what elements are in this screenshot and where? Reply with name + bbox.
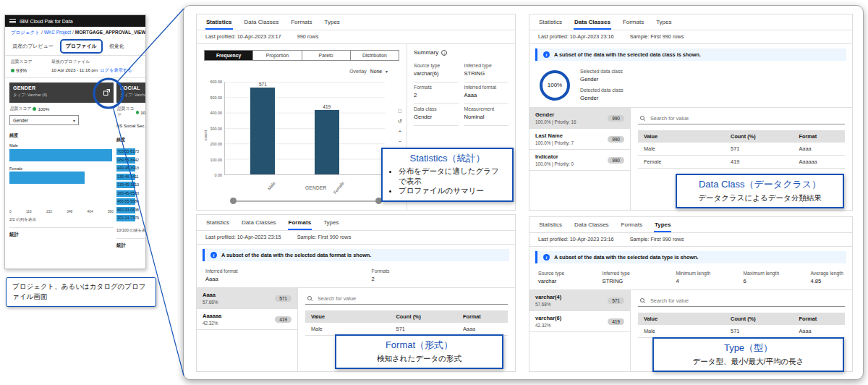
info-icon[interactable]: i	[441, 50, 447, 56]
column-card-social: SOCIAL タイプ: Varchar 品質スコア 100% US Social…	[116, 82, 146, 249]
tab-types[interactable]: Types	[324, 14, 341, 30]
values-table: Value Count (%) Format Male571Aaaa	[305, 310, 508, 336]
tab-data-classes[interactable]: Data Classes	[244, 14, 280, 30]
open-details-icon[interactable]	[103, 85, 110, 98]
annotation-profile-screen: プロジェクト、あるいはカタログのプロファイル画面	[6, 277, 156, 307]
search-input[interactable]	[318, 295, 506, 302]
quality-score-value: 93%	[16, 67, 27, 74]
data-class-value: Gender	[414, 114, 459, 120]
tab-statistics[interactable]: Statistics	[538, 14, 563, 30]
chart-zoom-slider[interactable]	[230, 198, 382, 204]
value-list-item: 089-55-8442	[116, 156, 146, 164]
list-item-last-name[interactable]: Last Name100.0% | Priority: 7 990	[529, 129, 630, 150]
list-item-format-aaaaaa[interactable]: Aaaaaa42.32% 419	[197, 309, 297, 330]
search-input[interactable]	[650, 297, 843, 304]
y-axis-title: count	[203, 130, 208, 141]
tab-types[interactable]: Types	[323, 215, 339, 230]
tab-types[interactable]: Types	[654, 217, 672, 232]
x-tick-female: Female	[333, 181, 345, 195]
last-profile-date: 10 Apr 2023 - 11:16 pm	[51, 67, 98, 72]
reset-zoom-icon[interactable]: ↺	[398, 118, 402, 124]
tab-profile[interactable]: プロファイル	[60, 39, 103, 54]
search-icon	[639, 115, 646, 122]
table-row: Male571Aaaa	[638, 143, 845, 156]
values-table: Value Count (%) Format Male571Aaaa Femal…	[638, 130, 845, 169]
quality-summary: 品質スコア 93% 最後のプロファイル 10 Apr 2023 - 11:16 …	[5, 56, 145, 78]
data-class-list: Gender100.0% | Priority: 16 990 Last Nam…	[529, 108, 631, 210]
toggle-pareto[interactable]: Pareto	[302, 51, 351, 60]
search-icon	[639, 297, 646, 304]
tab-data-classes[interactable]: Data Classes	[574, 14, 611, 30]
bar-fill	[9, 149, 112, 161]
value-list-item: 703-55-8173	[116, 148, 146, 156]
toggle-distribution[interactable]: Distribution	[351, 51, 399, 60]
count-badge: 571	[608, 297, 624, 304]
frequency-bar-male: Male	[9, 143, 114, 161]
count-badge: 419	[275, 316, 292, 323]
plot-area: 571 419 Male Female	[224, 82, 385, 175]
hamburger-menu-icon[interactable]	[9, 18, 16, 25]
quality-green-dot	[33, 107, 36, 111]
search-bar	[638, 114, 845, 124]
toggle-frequency[interactable]: Frequency	[205, 51, 253, 60]
tab-formats[interactable]: Formats	[288, 215, 312, 230]
zoom-out-icon[interactable]: −	[398, 138, 402, 145]
info-icon: i	[543, 254, 550, 261]
value-list-item: 202-24-7379	[116, 214, 146, 222]
list-item-indicator[interactable]: Indicator100.0% | Priority: 0 990	[529, 150, 630, 171]
search-bar	[305, 294, 508, 305]
zoom-in-icon[interactable]: +	[398, 128, 402, 135]
tab-data-classes[interactable]: Data Classes	[574, 217, 610, 232]
statistics-section-label: 統計	[9, 232, 114, 238]
x-axis-title: GENDER	[305, 185, 327, 190]
tab-types[interactable]: Types	[655, 14, 672, 30]
tab-data-classes[interactable]: Data Classes	[241, 215, 277, 230]
values-shown-label: 10/100 の値を表示	[116, 228, 146, 233]
tab-statistics[interactable]: Statistics	[205, 14, 233, 30]
list-item-format-aaaa[interactable]: Aaaa57.68% 571	[197, 288, 297, 309]
quality-green-dot	[11, 69, 14, 72]
slider-handle-left[interactable]	[230, 198, 237, 204]
last-profile-label: 最後のプロファイル	[51, 59, 132, 65]
breadcrumb-wkc-project[interactable]: WKC Project	[44, 30, 71, 35]
annotation-type: Type（型） データ型、最小/最大/平均の長さ	[652, 337, 844, 372]
y-axis-ticks: 600.00500.00400.00300.00200.00100.000.00	[210, 80, 223, 177]
col-quality-label: 品質スコア	[117, 106, 135, 119]
tab-formats[interactable]: Formats	[622, 14, 644, 30]
list-item-gender[interactable]: Gender100.0% | Priority: 16 990	[529, 108, 630, 129]
measurement-value: Nominal	[464, 114, 509, 120]
tab-formats[interactable]: Formats	[621, 217, 643, 232]
ssn-dataclass-dropdown[interactable]: US Social Sec...	[116, 122, 146, 130]
search-input[interactable]	[650, 115, 843, 122]
toggle-proportion[interactable]: Proportion	[253, 51, 302, 60]
gender-dataclass-dropdown[interactable]: Gender▾	[9, 115, 79, 125]
select-tool-icon[interactable]: □	[398, 108, 402, 114]
tab-asset-preview[interactable]: 資産のプレビュー	[9, 40, 56, 53]
overlay-select[interactable]: None	[370, 69, 382, 74]
tab-statistics[interactable]: Statistics	[538, 217, 563, 232]
tab-formats[interactable]: Formats	[290, 14, 312, 30]
type-list: varchar(4)57.68% 571 varchar(6)42.32% 41…	[529, 290, 631, 371]
annotation-data-class: Data Class（データクラス） データクラスによるデータ分類結果	[676, 174, 844, 208]
last-profiled: Last profiled: 10-Apr-2023 23:16	[538, 236, 614, 242]
list-item-varchar6[interactable]: varchar(6)42.32% 419	[529, 311, 630, 332]
sample-info: Sample: First 990 rows	[297, 234, 352, 240]
panel-tabbar: Statistics Data Classes Formats Types	[197, 215, 515, 231]
view-log-link[interactable]: ログを表示する	[100, 67, 132, 72]
columns-shown-label: 2/2 の列を表示	[9, 217, 114, 222]
annotation-statistics: Statistics（統計） 分布をデータに適したグラフで表示 プロファイルのサ…	[381, 148, 514, 202]
list-item-varchar4[interactable]: varchar(4)57.68% 571	[529, 290, 630, 311]
selected-data-class: Gender	[580, 76, 624, 82]
inferred-type-value: STRING	[464, 70, 509, 77]
value-list-item: 449-46-3913	[116, 164, 146, 172]
chart-view-toggle: Frequency Proportion Pareto Distribution	[204, 50, 399, 61]
tab-statistics[interactable]: Statistics	[205, 215, 230, 230]
app-titlebar: IBM Cloud Pak for Data	[5, 15, 145, 27]
column-type: タイプ: Varchar (6)	[13, 93, 110, 98]
frequency-label: 頻度	[9, 132, 114, 139]
inferred-type-value: STRING	[603, 278, 663, 284]
breadcrumb-project[interactable]: プロジェクト	[11, 30, 40, 35]
tab-visualize[interactable]: 視覚化	[106, 40, 127, 53]
quality-score-label: 品質スコア	[11, 59, 51, 65]
col-quality-label: 品質スコア	[10, 106, 31, 112]
